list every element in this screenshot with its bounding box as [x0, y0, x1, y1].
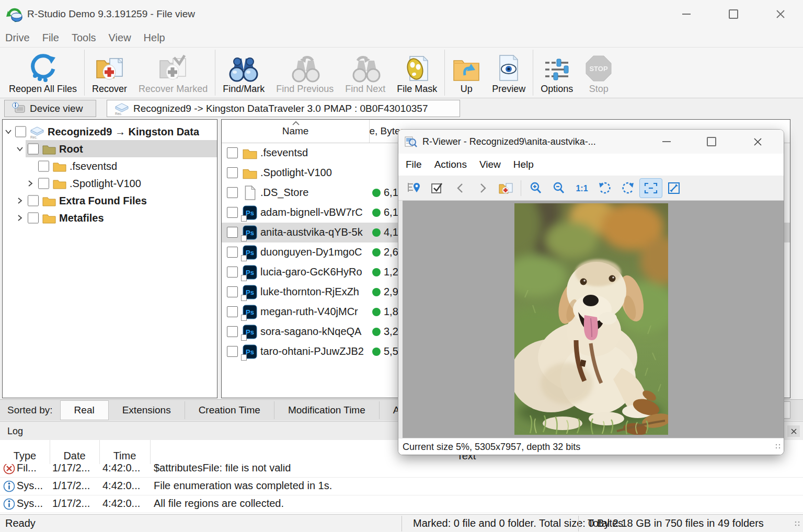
tree-item-metafiles[interactable]: Metafiles	[3, 209, 217, 226]
chevron-right-icon[interactable]	[16, 197, 24, 204]
viewer-canvas	[398, 201, 784, 438]
menu-view[interactable]: View	[102, 32, 137, 44]
window-title: R-Studio Demo 9.3.191259 - File view	[27, 8, 195, 20]
file-checkbox[interactable]	[227, 187, 238, 198]
maximize-button[interactable]	[718, 0, 749, 28]
chevron-right-icon[interactable]	[16, 214, 24, 222]
close-button[interactable]	[765, 0, 796, 28]
reopen-all-files-button[interactable]: Reopen All Files	[3, 48, 83, 98]
mark-file-button[interactable]	[426, 178, 449, 198]
tree-checkbox[interactable]	[28, 212, 39, 223]
goto-position-button[interactable]	[403, 178, 426, 198]
menu-help[interactable]: Help	[137, 32, 171, 44]
tab-recognized-volume[interactable]: Rec. Recognized9 -> Kingston DataTravele…	[107, 100, 460, 117]
find-next-button[interactable]: Find Next	[339, 48, 391, 98]
stop-button[interactable]: STOP Stop	[579, 48, 618, 98]
viewer-recover-button[interactable]	[495, 178, 518, 198]
tree-item-recognized9[interactable]: Rec. Recognized9 → Kingston Data	[3, 123, 217, 140]
chevron-down-icon[interactable]	[16, 145, 24, 153]
viewer-menu-view[interactable]: View	[473, 159, 507, 170]
viewer-menu-help[interactable]: Help	[507, 159, 540, 170]
file-checkbox[interactable]	[227, 227, 238, 238]
log-row[interactable]: Fil...1/17/2... 4:42:0...$attributesFile…	[0, 464, 803, 478]
actual-size-button[interactable]: 1:1	[570, 178, 593, 198]
tree-item-label: Extra Found Files	[59, 194, 147, 206]
chevron-right-icon	[478, 182, 488, 194]
file-checkbox[interactable]	[227, 207, 238, 218]
sort-tab-real[interactable]: Real	[60, 400, 109, 420]
file-checkbox[interactable]	[227, 346, 238, 357]
next-file-button[interactable]	[472, 178, 495, 198]
chevron-down-icon[interactable]	[5, 128, 12, 135]
file-checkbox[interactable]	[227, 167, 238, 178]
zoom-out-button[interactable]	[547, 178, 570, 198]
file-sub-badge	[241, 295, 247, 301]
full-screen-button[interactable]	[662, 178, 685, 198]
resize-grip[interactable]	[794, 520, 801, 527]
file-checkbox[interactable]	[227, 267, 238, 277]
stop-octagon-icon: STOP	[584, 54, 613, 83]
svg-text:Ps: Ps	[246, 308, 254, 316]
file-checkbox[interactable]	[227, 247, 238, 258]
sort-tab-modification-time[interactable]: Modification Time	[274, 401, 380, 419]
close-icon	[753, 137, 762, 146]
sort-tab-creation-time[interactable]: Creation Time	[185, 401, 274, 419]
viewer-status-bar: Current size 5%, 5305x7957, depth 32 bit…	[398, 438, 784, 455]
recover-marked-button[interactable]: Recover Marked	[133, 48, 213, 98]
viewer-close-button[interactable]	[744, 130, 771, 154]
binoculars-back-icon	[290, 53, 320, 83]
tree-checkbox[interactable]	[28, 143, 39, 154]
svg-text:1:1: 1:1	[576, 184, 588, 193]
viewer-maximize-button[interactable]	[698, 130, 725, 154]
file-sub-badge	[241, 255, 247, 261]
column-header-name[interactable]: Name	[222, 120, 369, 143]
fit-to-window-button[interactable]	[639, 178, 662, 198]
menu-file[interactable]: File	[36, 32, 65, 44]
rotate-left-button[interactable]	[593, 178, 616, 198]
menu-tools[interactable]: Tools	[65, 32, 102, 44]
find-mark-button[interactable]: Find/Mark	[217, 48, 270, 98]
find-previous-button[interactable]: Find Previous	[270, 48, 339, 98]
preview-button[interactable]: Preview	[486, 48, 531, 98]
log-column-time[interactable]: Time	[99, 450, 150, 462]
file-mask-button[interactable]: File Mask	[391, 48, 443, 98]
tree-checkbox[interactable]	[38, 178, 49, 189]
tree-item-fseventsd[interactable]: .fseventsd	[3, 157, 217, 175]
info-icon	[3, 480, 15, 492]
log-close-button[interactable]	[787, 425, 800, 437]
tree-item-spotlight[interactable]: .Spotlight-V100	[3, 175, 217, 192]
file-checkbox[interactable]	[227, 326, 238, 337]
options-button[interactable]: Options	[535, 48, 579, 98]
viewer-menu-file[interactable]: File	[398, 159, 428, 170]
chevron-right-icon[interactable]	[27, 180, 34, 187]
rotate-right-button[interactable]	[616, 178, 639, 198]
status-dot	[372, 248, 381, 257]
full-screen-icon	[668, 182, 680, 194]
zoom-in-button[interactable]	[524, 178, 547, 198]
viewer-menu-actions[interactable]: Actions	[428, 159, 473, 170]
previous-file-button[interactable]	[449, 178, 472, 198]
tree-item-root[interactable]: Root	[3, 140, 217, 157]
file-checkbox[interactable]	[227, 306, 238, 317]
menu-drive[interactable]: Drive	[0, 32, 36, 44]
tree-checkbox[interactable]	[28, 195, 39, 206]
file-checkbox[interactable]	[227, 286, 238, 297]
up-button[interactable]: Up	[446, 48, 486, 98]
sort-tab-extensions[interactable]: Extensions	[109, 401, 185, 419]
minimize-button[interactable]	[671, 0, 702, 28]
log-row[interactable]: Sys...1/17/2... 4:42:0...File enumeratio…	[0, 478, 803, 495]
tree-checkbox[interactable]	[15, 126, 26, 137]
log-column-date[interactable]: Date	[50, 450, 99, 462]
recover-button[interactable]: Recover	[86, 48, 133, 98]
tree-item-extra-found-files[interactable]: Extra Found Files	[3, 192, 217, 209]
photoshop-file-icon: Ps	[243, 285, 257, 299]
tab-device-view[interactable]: Device view	[4, 100, 96, 117]
viewer-resize-grip[interactable]	[774, 443, 782, 450]
file-checkbox[interactable]	[227, 147, 238, 158]
tree-checkbox[interactable]	[38, 160, 49, 171]
info-icon	[3, 498, 15, 510]
viewer-minimize-button[interactable]	[653, 130, 680, 154]
log-row[interactable]: Sys...1/17/2... 4:42:0...All file region…	[0, 495, 803, 513]
recover-icon	[499, 181, 513, 195]
log-column-type[interactable]: Type	[0, 450, 50, 462]
